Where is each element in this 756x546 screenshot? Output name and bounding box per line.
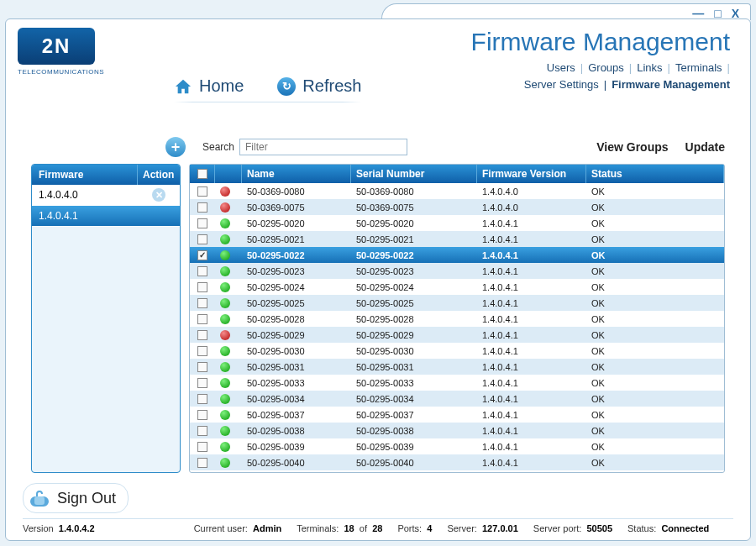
cell-name: 50-0295-0039 [242, 438, 351, 454]
sidebar-header-firmware[interactable]: Firmware [32, 165, 138, 185]
table-row[interactable]: 50-0295-003750-0295-00371.4.0.4.1OK [190, 407, 724, 423]
tab-refresh-label: Refresh [302, 76, 361, 96]
table-row[interactable]: 50-0369-008050-0369-00801.4.0.4.0OK [190, 183, 724, 199]
search-label: Search [202, 141, 234, 153]
table-row[interactable]: 50-0295-002150-0295-00211.4.0.4.1OK [190, 231, 724, 247]
cell-serial: 50-0295-0020 [351, 215, 477, 231]
tab-refresh[interactable]: ↻ Refresh [277, 76, 361, 96]
table-row[interactable]: ✓50-0295-002250-0295-00221.4.0.4.1OK [190, 247, 724, 263]
cell-serial: 50-0295-0024 [351, 279, 477, 295]
status-dot-icon [220, 426, 230, 436]
table-row[interactable]: 50-0295-003050-0295-00301.4.0.4.1OK [190, 343, 724, 359]
cell-serial: 50-0295-0040 [351, 454, 477, 470]
grid-header-name[interactable]: Name [242, 165, 351, 183]
nav-link-server-settings[interactable]: Server Settings [524, 78, 599, 91]
table-row[interactable]: 50-0295-003150-0295-00311.4.0.4.1OK [190, 359, 724, 375]
firmware-action-cell: ✕ [138, 188, 180, 202]
cell-status: OK [586, 327, 724, 343]
row-checkbox[interactable] [197, 298, 207, 308]
nav-separator: | [668, 61, 670, 74]
cell-firmware: 1.4.0.4.0 [477, 183, 586, 199]
cell-serial: 50-0295-0031 [351, 359, 477, 375]
cell-status: OK [586, 263, 724, 279]
table-row[interactable]: 50-0295-003450-0295-00341.4.0.4.1OK [190, 391, 724, 407]
nav-link-terminals[interactable]: Terminals [675, 61, 722, 74]
nav-link-links[interactable]: Links [637, 61, 662, 74]
nav-link-firmware-management[interactable]: Firmware Management [612, 78, 730, 91]
cell-status: OK [586, 199, 724, 215]
cell-status: OK [586, 247, 724, 263]
cell-name: 50-0295-0037 [242, 407, 351, 423]
update-button[interactable]: Update [685, 140, 725, 154]
cell-name: 50-0369-0080 [242, 183, 351, 199]
view-groups-button[interactable]: View Groups [596, 140, 668, 154]
grid-header-checkbox[interactable] [190, 165, 215, 183]
cell-serial: 50-0295-0033 [351, 375, 477, 391]
nav-link-users[interactable]: Users [547, 61, 575, 74]
firmware-list-item[interactable]: 1.4.0.4.0✕ [32, 185, 180, 206]
status-dot-icon [220, 378, 230, 388]
cell-serial: 50-0295-0022 [351, 247, 477, 263]
cell-name: 50-0295-0030 [242, 343, 351, 359]
row-checkbox[interactable] [197, 314, 207, 324]
tab-home[interactable]: Home [174, 76, 244, 96]
cell-firmware: 1.4.0.4.1 [477, 438, 586, 454]
cell-name: 50-0295-0024 [242, 279, 351, 295]
grid-header-serial[interactable]: Serial Number [351, 165, 477, 183]
status-bar: Version 1.4.0.4.2 Current user: Admin Te… [23, 518, 733, 533]
brand-logo: 2N TELECOMMUNICATIONS [6, 19, 123, 112]
grid-body-scroll[interactable]: 50-0369-008050-0369-00801.4.0.4.0OK50-03… [190, 183, 724, 472]
sign-out-button[interactable]: Sign Out [23, 483, 129, 513]
nav-link-groups[interactable]: Groups [588, 61, 624, 74]
grid-header-firmware[interactable]: Firmware Version [477, 165, 586, 183]
table-row[interactable]: 50-0295-003850-0295-00381.4.0.4.1OK [190, 423, 724, 438]
table-row[interactable]: 50-0295-002050-0295-00201.4.0.4.1OK [190, 215, 724, 231]
row-checkbox[interactable] [197, 410, 207, 420]
table-row[interactable]: 50-0295-002850-0295-00281.4.0.4.1OK [190, 311, 724, 327]
delete-firmware-icon[interactable]: ✕ [152, 188, 165, 202]
cell-status: OK [586, 295, 724, 311]
table-row[interactable]: 50-0295-002950-0295-00291.4.0.4.1OK [190, 327, 724, 343]
table-row[interactable]: 50-0295-003950-0295-00391.4.0.4.1OK [190, 438, 724, 454]
cell-status: OK [586, 407, 724, 423]
tab-separator [174, 102, 361, 102]
table-row[interactable]: 50-0295-002550-0295-00251.4.0.4.1OK [190, 295, 724, 311]
grid-header-status-dot[interactable] [215, 165, 242, 183]
cell-name: 50-0295-0034 [242, 391, 351, 407]
row-checkbox[interactable] [197, 266, 207, 276]
search-input[interactable] [239, 139, 407, 155]
table-row[interactable]: 50-0295-002350-0295-00231.4.0.4.1OK [190, 263, 724, 279]
row-checkbox[interactable] [197, 330, 207, 340]
cell-firmware: 1.4.0.4.1 [477, 215, 586, 231]
row-checkbox[interactable] [197, 378, 207, 388]
row-checkbox[interactable] [197, 202, 207, 213]
brand-logo-mark: 2N [18, 28, 95, 65]
row-checkbox[interactable] [197, 362, 207, 372]
row-checkbox[interactable] [197, 234, 207, 244]
nav-separator: | [580, 61, 583, 74]
cell-status: OK [586, 454, 724, 470]
brand-logo-subtext: TELECOMMUNICATIONS [18, 68, 95, 76]
row-checkbox[interactable] [197, 218, 207, 228]
row-checkbox[interactable] [197, 442, 207, 452]
table-row[interactable]: 50-0369-007550-0369-00751.4.0.4.0OK [190, 199, 724, 215]
sidebar-header-action[interactable]: Action [138, 165, 180, 185]
row-checkbox[interactable] [197, 394, 207, 404]
row-checkbox[interactable] [197, 458, 207, 468]
row-checkbox[interactable] [197, 282, 207, 292]
status-dot-icon [220, 218, 230, 228]
row-checkbox[interactable] [197, 346, 207, 356]
row-checkbox[interactable]: ✓ [197, 250, 207, 260]
add-firmware-button[interactable]: + [165, 137, 186, 157]
home-icon [174, 78, 192, 95]
table-row[interactable]: 50-0295-002450-0295-00241.4.0.4.1OK [190, 279, 724, 295]
table-row[interactable]: 50-0295-004050-0295-00401.4.0.4.1OK [190, 454, 724, 470]
cell-name: 50-0295-0023 [242, 263, 351, 279]
row-checkbox[interactable] [197, 426, 207, 436]
nav-separator: | [727, 61, 730, 74]
table-row[interactable]: 50-0295-003350-0295-00331.4.0.4.1OK [190, 375, 724, 391]
grid-header-status[interactable]: Status [586, 165, 724, 183]
cell-status: OK [586, 343, 724, 359]
row-checkbox[interactable] [197, 186, 207, 197]
firmware-list-item[interactable]: 1.4.0.4.1 [32, 206, 180, 227]
